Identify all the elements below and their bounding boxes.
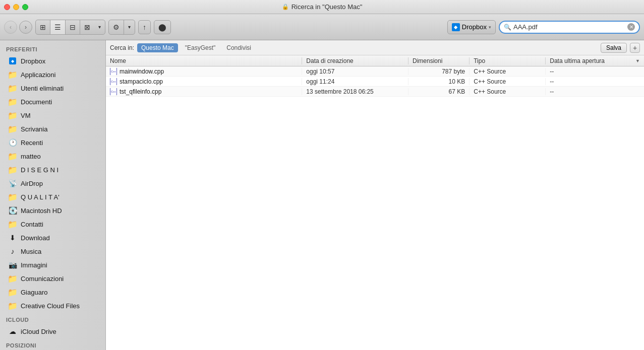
sidebar-item-download[interactable]: ⬇ Download: [2, 231, 103, 244]
sidebar-label-immagini: Immagini: [21, 261, 47, 269]
cpp-file-icon: C++: [110, 78, 117, 85]
sidebar-section-posizioni: Posizioni: [0, 338, 105, 350]
close-button[interactable]: [4, 4, 10, 10]
drive-icon: 💽: [8, 206, 17, 215]
share-button[interactable]: ↑: [138, 20, 151, 34]
cell-size-3: 67 KB: [408, 88, 470, 95]
search-icon: 🔍: [504, 24, 511, 31]
table-row[interactable]: C++ mainwindow.cpp oggi 10:57 787 byte C…: [106, 66, 644, 77]
sidebar-label-documenti: Documenti: [21, 98, 52, 106]
scope-easygest[interactable]: "EasyGest": [181, 43, 220, 52]
sidebar-label-disegni: D I S E G N I: [21, 166, 58, 174]
add-search-button[interactable]: +: [630, 43, 640, 53]
toolbar: ‹ › ⊞ ☰ ⊟ ⊠ ▾ ⚙ ▾ ↑ ⬤ ◆ Dropbox ▾ 🔍 ✕: [0, 14, 644, 40]
folder-icon: 📁: [8, 165, 17, 174]
search-input[interactable]: [513, 23, 625, 31]
search-clear-button[interactable]: ✕: [627, 23, 635, 31]
sidebar-item-giaguaro[interactable]: 📁 Giaguaro: [2, 286, 103, 299]
sidebar-item-recenti[interactable]: 🕐 Recenti: [2, 136, 103, 149]
view-icon-grid[interactable]: ⊞: [36, 20, 50, 34]
cell-data-3: 13 settembre 2018 06:25: [302, 88, 408, 95]
forward-button[interactable]: ›: [19, 21, 32, 34]
scope-questo-mac[interactable]: Questo Mac: [137, 43, 178, 52]
back-button[interactable]: ‹: [4, 21, 17, 34]
maximize-button[interactable]: [22, 4, 28, 10]
sidebar-item-vm[interactable]: 📁 VM: [2, 109, 103, 122]
sidebar-item-qualita[interactable]: 📁 Q U A L I T A': [2, 190, 103, 203]
sidebar-label-comunicazioni: Comunicazioni: [21, 275, 64, 283]
sidebar-label-dropbox: Dropbox: [21, 57, 45, 65]
sidebar-item-scrivania[interactable]: 📁 Scrivania: [2, 122, 103, 135]
sidebar-item-utenti-eliminati[interactable]: 📁 Utenti eliminati: [2, 82, 103, 95]
view-icon-list[interactable]: ☰: [50, 20, 66, 34]
save-search-button[interactable]: Salva: [601, 43, 627, 53]
sidebar-label-icloud-drive: iCloud Drive: [21, 328, 56, 335]
column-ultima[interactable]: Data ultima apertura ▼: [546, 57, 644, 64]
cerca-in-label: Cerca in:: [110, 44, 134, 51]
sidebar-label-qualita: Q U A L I T A': [21, 193, 60, 201]
cell-last-3: --: [546, 88, 644, 95]
cell-nome-2: C++ stampaciclo.cpp: [106, 78, 302, 85]
sidebar-item-comunicazioni[interactable]: 📁 Comunicazioni: [2, 272, 103, 285]
action-dropdown[interactable]: ▾: [124, 20, 135, 34]
sidebar-item-disegni[interactable]: 📁 D I S E G N I: [2, 163, 103, 176]
sidebar-item-creative-cloud[interactable]: 📁 Creative Cloud Files: [2, 299, 103, 312]
sidebar-item-contatti[interactable]: 📁 Contatti: [2, 218, 103, 231]
sidebar-label-vm: VM: [21, 112, 31, 119]
folder-icon: 📁: [8, 97, 17, 106]
cell-size-1: 787 byte: [408, 68, 470, 75]
table-row[interactable]: C++ stampaciclo.cpp oggi 11:24 10 KB C++…: [106, 77, 644, 87]
folder-icon: 📁: [8, 84, 17, 93]
view-dropdown[interactable]: ▾: [94, 20, 105, 34]
dropbox-label: Dropbox: [462, 23, 487, 31]
folder-icon: 📁: [8, 288, 17, 297]
sidebar-item-icloud-drive[interactable]: ☁ iCloud Drive: [2, 325, 103, 338]
search-container: 🔍 ✕: [499, 21, 640, 34]
camera-icon: 📷: [8, 260, 17, 269]
sidebar-item-musica[interactable]: ♪ Musica: [2, 245, 103, 258]
sidebar-label-matteo: matteo: [21, 153, 41, 160]
title-bar: 🔒 Ricerca in "Questo Mac": [0, 0, 644, 14]
cell-data-2: oggi 11:24: [302, 78, 408, 85]
sidebar-label-applicazioni: Applicazioni: [21, 71, 55, 79]
sort-arrow: ▼: [635, 58, 640, 63]
cell-nome-3: C++ tst_qfileinfo.cpp: [106, 88, 302, 95]
sidebar-item-applicazioni[interactable]: 📁 Applicazioni: [2, 68, 103, 81]
sidebar-item-airdrop[interactable]: 📡 AirDrop: [2, 177, 103, 190]
sidebar-item-documenti[interactable]: 📁 Documenti: [2, 95, 103, 108]
sidebar-label-macintosh-hd: Macintosh HD: [21, 207, 62, 215]
column-dimensioni[interactable]: Dimensioni: [408, 57, 470, 64]
sidebar-item-dropbox[interactable]: ◆ Dropbox: [2, 54, 103, 67]
minimize-button[interactable]: [13, 4, 19, 10]
scope-condivisi[interactable]: Condivisi: [222, 43, 255, 52]
sidebar-item-immagini[interactable]: 📷 Immagini: [2, 258, 103, 271]
plus-icon: +: [633, 44, 637, 52]
column-tipo[interactable]: Tipo: [470, 57, 546, 64]
column-data[interactable]: Data di creazione: [302, 57, 408, 64]
main-layout: Preferiti ◆ Dropbox 📁 Applicazioni 📁 Ute…: [0, 40, 644, 350]
cloud-icon: ☁: [8, 327, 17, 336]
column-nome[interactable]: Nome: [106, 57, 302, 64]
table-row[interactable]: C++ tst_qfileinfo.cpp 13 settembre 2018 …: [106, 87, 644, 97]
cell-type-2: C++ Source: [470, 78, 546, 85]
sidebar-item-matteo[interactable]: 📁 matteo: [2, 150, 103, 163]
view-buttons: ⊞ ☰ ⊟ ⊠ ▾: [35, 20, 105, 35]
dropbox-button[interactable]: ◆ Dropbox ▾: [447, 20, 496, 34]
action-button[interactable]: ⚙: [109, 20, 124, 34]
view-icon-gallery[interactable]: ⊠: [80, 20, 94, 34]
cell-nome-1: C++ mainwindow.cpp: [106, 68, 302, 75]
sidebar-label-giaguaro: Giaguaro: [21, 289, 47, 296]
tag-button[interactable]: ⬤: [154, 20, 171, 34]
table-header: Nome Data di creazione Dimensioni Tipo D…: [106, 55, 644, 66]
sidebar-label-contatti: Contatti: [21, 221, 43, 228]
sidebar-item-macintosh-hd[interactable]: 💽 Macintosh HD: [2, 204, 103, 217]
cpp-file-icon: C++: [110, 88, 117, 95]
search-scope-bar: Cerca in: Questo Mac "EasyGest" Condivis…: [106, 40, 644, 55]
sidebar: Preferiti ◆ Dropbox 📁 Applicazioni 📁 Ute…: [0, 40, 106, 350]
file-table: Nome Data di creazione Dimensioni Tipo D…: [106, 55, 644, 350]
content-area: Cerca in: Questo Mac "EasyGest" Condivis…: [106, 40, 644, 350]
view-icon-columns[interactable]: ⊟: [66, 20, 80, 34]
clear-icon: ✕: [629, 24, 633, 30]
cell-type-3: C++ Source: [470, 88, 546, 95]
cpp-file-icon: C++: [110, 68, 117, 75]
